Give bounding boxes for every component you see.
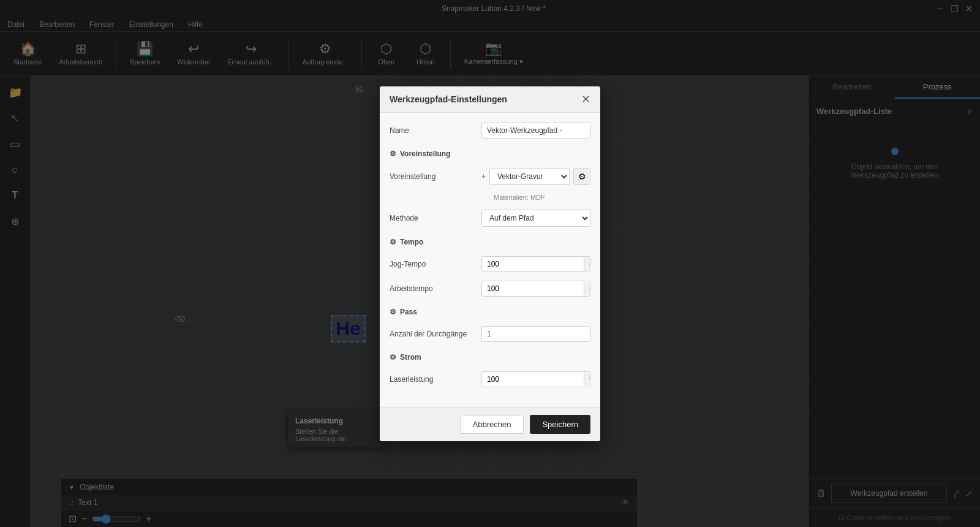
laserleistung-row: Laserleistung % — [390, 371, 590, 387]
tempo-section-label: Tempo — [400, 238, 423, 246]
material-label: Materialien: MDF — [494, 194, 545, 201]
modal-overlay: Werkzeugpfad-Einstellungen ✕ Name ⚙ Vore… — [0, 0, 980, 527]
voreinstellung-label: Voreinstellung — [390, 172, 475, 181]
jog-tempo-unit: mm/min — [584, 257, 590, 271]
modal-dialog: Werkzeugpfad-Einstellungen ✕ Name ⚙ Vore… — [380, 86, 600, 441]
scroll-spacer — [390, 396, 590, 407]
gear-icon-tempo: ⚙ — [390, 238, 396, 246]
strom-section-label: Strom — [400, 353, 421, 362]
tempo-section-header: ⚙ Tempo — [390, 238, 590, 246]
modal-footer: Abbrechen Speichern — [380, 407, 600, 441]
jog-tempo-input-group: mm/min — [481, 256, 590, 272]
voreinstellung-prefix: + — [481, 172, 486, 181]
arbeitstempo-row: Arbeitstempo mm/min — [390, 281, 590, 297]
jog-tempo-label: Jog-Tempo — [390, 260, 475, 268]
voreinstellung-gear-button[interactable]: ⚙ — [573, 168, 590, 185]
gear-icon-strom: ⚙ — [390, 353, 396, 362]
jog-tempo-input[interactable] — [482, 257, 584, 271]
modal-body: Name ⚙ Voreinstellung Voreinstellung + V… — [380, 113, 600, 407]
gear-icon-pass: ⚙ — [390, 308, 396, 316]
voreinstellung-section-label: Voreinstellung — [400, 150, 450, 158]
laserleistung-input-group: % — [481, 371, 590, 387]
gear-icon-voreinstellung: ⚙ — [390, 150, 396, 158]
arbeitstempo-label: Arbeitstempo — [390, 284, 475, 293]
pass-section-label: Pass — [400, 308, 417, 316]
modal-title: Werkzeugpfad-Einstellungen — [390, 94, 507, 104]
voreinstellung-row: Voreinstellung + Vektor-Gravur ⚙ — [390, 168, 590, 185]
methode-label: Methode — [390, 214, 475, 222]
laserleistung-input[interactable] — [482, 372, 584, 387]
anzahl-row: Anzahl der Durchgänge — [390, 326, 590, 342]
anzahl-label: Anzahl der Durchgänge — [390, 330, 475, 338]
modal-titlebar: Werkzeugpfad-Einstellungen ✕ — [380, 86, 600, 113]
jog-tempo-row: Jog-Tempo mm/min — [390, 256, 590, 272]
methode-row: Methode Auf dem Pfad — [390, 210, 590, 227]
cancel-button[interactable]: Abbrechen — [460, 415, 524, 434]
arbeitstempo-input-group: mm/min — [481, 281, 590, 297]
arbeitstempo-unit: mm/min — [584, 282, 590, 295]
voreinstellung-section-header: ⚙ Voreinstellung — [390, 150, 590, 158]
save-button[interactable]: Speichern — [530, 415, 590, 434]
anzahl-input[interactable] — [481, 326, 590, 342]
name-row: Name — [390, 123, 590, 138]
pass-section-header: ⚙ Pass — [390, 308, 590, 316]
name-input[interactable] — [481, 123, 590, 138]
methode-select[interactable]: Auf dem Pfad — [481, 210, 590, 227]
arbeitstempo-input[interactable] — [482, 281, 584, 296]
modal-close-button[interactable]: ✕ — [581, 94, 590, 105]
material-row: Materialien: MDF — [390, 194, 590, 201]
voreinstellung-select[interactable]: Vektor-Gravur — [489, 168, 570, 185]
voreinstellung-select-group: + Vektor-Gravur ⚙ — [481, 168, 590, 185]
modal-scroll-area: Name ⚙ Voreinstellung Voreinstellung + V… — [380, 113, 600, 407]
laserleistung-unit: % — [584, 373, 590, 386]
strom-section-header: ⚙ Strom — [390, 353, 590, 362]
name-label: Name — [390, 126, 475, 135]
laserleistung-label: Laserleistung — [390, 375, 475, 384]
